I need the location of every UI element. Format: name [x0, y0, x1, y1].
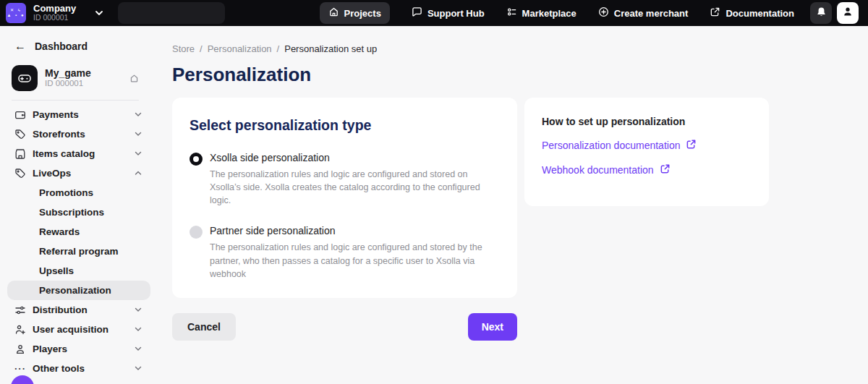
nav-projects[interactable]: Projects	[320, 2, 390, 24]
chevron-down-icon	[135, 346, 142, 351]
option-xsolla-side[interactable]: Xsolla side personalization The personal…	[190, 152, 500, 207]
nav-label: Create merchant	[614, 8, 689, 19]
option-label: Xsolla side personalization	[210, 152, 500, 163]
personalization-type-card: Select personalization type Xsolla side …	[172, 98, 517, 298]
sidebar-item-liveops[interactable]: LiveOps	[0, 163, 150, 183]
back-arrow-icon: ←	[14, 40, 26, 52]
sidebar-item-storefronts[interactable]: Storefronts	[0, 124, 150, 144]
project-name: My_game	[45, 67, 91, 79]
card-heading: Select personalization type	[190, 117, 500, 134]
nav-documentation[interactable]: Documentation	[710, 7, 794, 20]
user-plus-icon	[14, 324, 26, 336]
notifications-button[interactable]	[810, 2, 832, 24]
chevron-up-icon	[135, 171, 142, 176]
sidebar-item-personalization[interactable]: Personalization	[7, 281, 150, 300]
home-icon	[328, 7, 339, 20]
divider	[12, 100, 139, 101]
company-id: ID 000001	[33, 14, 76, 22]
wallet-icon	[14, 109, 26, 121]
breadcrumb-separator: /	[277, 43, 280, 54]
user-icon	[14, 344, 26, 355]
option-partner-side[interactable]: Partner side personalization The persona…	[190, 225, 500, 280]
topbar-nav: Projects Support Hub Marketplace Create …	[320, 2, 794, 24]
sidebar-item-payments[interactable]: Payments	[0, 105, 150, 124]
company-name: Company	[33, 4, 76, 14]
chevron-down-icon[interactable]	[95, 10, 103, 16]
tag-icon	[14, 168, 26, 179]
project-selector[interactable]: My_game ID 000001	[12, 65, 139, 91]
nav-create-merchant[interactable]: Create merchant	[598, 7, 689, 20]
breadcrumb-store[interactable]: Store	[172, 43, 195, 54]
breadcrumb-separator: /	[200, 43, 203, 54]
back-label: Dashboard	[35, 40, 88, 52]
project-id: ID 000001	[45, 79, 91, 88]
logo-glyphs: ✕ ϟ	[10, 8, 22, 13]
sidebar-item-referral-program[interactable]: Referral program	[0, 242, 150, 261]
sidebar: ← Dashboard My_game ID 000001 Payments	[0, 26, 150, 384]
topbar: ✕ ϟ ▲ ▪ ● Company ID 000001 Projects Sup…	[0, 0, 868, 26]
page-title: Personalization	[172, 64, 868, 86]
option-description: The personalization rules and logic are …	[210, 168, 500, 207]
option-label: Partner side personalization	[210, 225, 500, 236]
chevron-down-icon	[135, 112, 142, 117]
external-link-icon	[660, 163, 671, 176]
sidebar-item-distribution[interactable]: Distribution	[0, 300, 150, 320]
chevron-down-icon	[135, 327, 142, 332]
plus-circle-icon	[598, 7, 609, 20]
breadcrumb-personalization[interactable]: Personalization	[208, 43, 272, 54]
main-content: Store / Personalization / Personalizatio…	[150, 26, 868, 384]
next-button[interactable]: Next	[468, 313, 517, 341]
help-card: How to set up personalization Personaliz…	[524, 98, 769, 206]
option-description: The personalization rules and logic are …	[210, 241, 500, 280]
company-switcher[interactable]: Company ID 000001	[33, 4, 76, 22]
nav-label: Documentation	[726, 8, 794, 19]
nav-support-hub[interactable]: Support Hub	[412, 7, 485, 20]
breadcrumb: Store / Personalization / Personalizatio…	[172, 43, 868, 54]
external-link-icon	[710, 7, 720, 20]
chevron-down-icon	[135, 132, 142, 137]
sliders-icon	[14, 304, 26, 316]
form-actions: Cancel Next	[172, 313, 517, 341]
sidebar-item-user-acquisition[interactable]: User acquisition	[0, 320, 150, 339]
user-icon	[842, 6, 854, 20]
sidebar-item-players[interactable]: Players	[0, 339, 150, 359]
help-heading: How to set up personalization	[542, 116, 752, 127]
back-to-dashboard[interactable]: ← Dashboard	[0, 38, 150, 55]
bell-icon	[816, 7, 827, 20]
ellipsis-icon: ···	[14, 363, 26, 374]
nav-label: Marketplace	[522, 8, 576, 19]
chat-bubble-icon	[412, 7, 422, 20]
company-logo-icon[interactable]: ✕ ϟ ▲ ▪ ●	[6, 3, 26, 23]
chevron-down-icon	[135, 307, 142, 312]
sidebar-item-upsells[interactable]: Upsells	[0, 261, 150, 281]
personalization-documentation-link[interactable]: Personalization documentation	[542, 139, 752, 152]
chevron-down-icon	[135, 151, 142, 156]
external-link-icon	[686, 139, 697, 152]
radio-selected-icon[interactable]	[190, 153, 203, 166]
gamepad-icon	[12, 65, 38, 91]
nav-label: Support Hub	[427, 8, 485, 19]
shop-icon	[14, 148, 26, 160]
sidebar-item-items-catalog[interactable]: Items catalog	[0, 144, 150, 163]
sidebar-item-promotions[interactable]: Promotions	[0, 183, 150, 202]
radio-unselected-icon[interactable]	[190, 226, 203, 239]
chevron-down-icon	[135, 366, 142, 371]
tag-icon	[14, 129, 26, 140]
sidebar-item-subscriptions[interactable]: Subscriptions	[0, 202, 150, 222]
breadcrumb-current: Personalization set up	[284, 43, 377, 54]
sidebar-item-rewards[interactable]: Rewards	[0, 222, 150, 242]
nav-marketplace[interactable]: Marketplace	[506, 7, 576, 20]
account-button[interactable]	[837, 2, 859, 24]
webhook-documentation-link[interactable]: Webhook documentation	[542, 163, 752, 176]
list-settings-icon	[506, 7, 517, 20]
nav-label: Projects	[344, 8, 381, 19]
topbar-search-panel[interactable]	[118, 2, 225, 24]
home-icon[interactable]	[129, 74, 139, 83]
logo-glyphs: ▲ ▪ ●	[7, 13, 25, 18]
cancel-button[interactable]: Cancel	[172, 313, 236, 341]
